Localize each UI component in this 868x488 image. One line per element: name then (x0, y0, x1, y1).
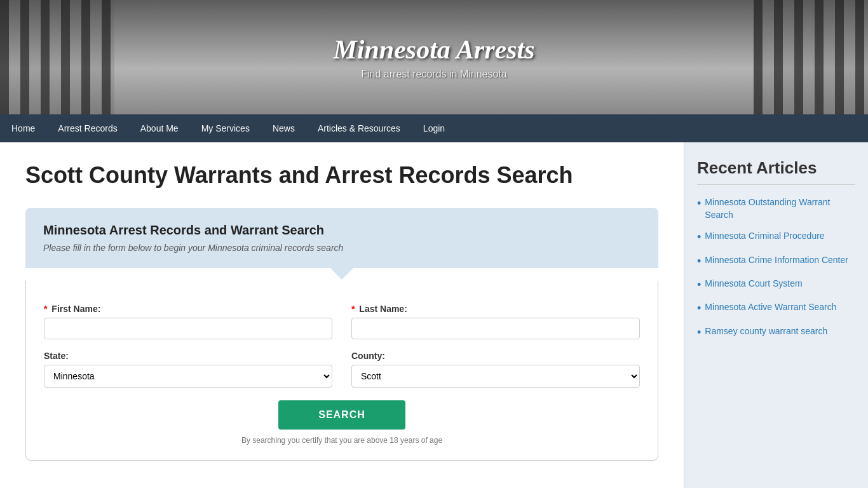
first-name-required: * (44, 304, 47, 314)
sidebar-link-item: Minnesota Active Warrant Search (697, 301, 855, 316)
state-group: State: Minnesota (44, 351, 332, 388)
nav-item: News (261, 114, 306, 142)
sidebar-heading: Recent Articles (697, 158, 855, 185)
info-box-title: Minnesota Arrest Records and Warrant Sea… (43, 223, 641, 238)
nav-link-arrest-records[interactable]: Arrest Records (46, 114, 128, 142)
sidebar: Recent Articles Minnesota Outstanding Wa… (684, 142, 868, 488)
page-wrapper: Scott County Warrants and Arrest Records… (0, 142, 868, 488)
page-heading: Scott County Warrants and Arrest Records… (25, 161, 658, 189)
sidebar-link[interactable]: Minnesota Active Warrant Search (705, 301, 836, 314)
header-bars-left (0, 0, 114, 114)
main-content: Scott County Warrants and Arrest Records… (0, 142, 684, 488)
last-name-input[interactable] (351, 318, 640, 339)
nav-item: Home (0, 114, 46, 142)
site-title: Minnesota Arrests (333, 34, 534, 65)
first-name-label: * First Name: (44, 304, 332, 314)
sidebar-link-item: Minnesota Criminal Procedure (697, 230, 855, 245)
header-bars-right (754, 0, 868, 114)
nav-item: Login (412, 114, 456, 142)
state-label: State: (44, 351, 332, 361)
nav-link-login[interactable]: Login (412, 114, 456, 142)
site-header: Minnesota Arrests Find arrest records in… (0, 0, 868, 114)
county-label: County: (351, 351, 640, 361)
nav-item: My Services (190, 114, 261, 142)
info-box-subtitle: Please fill in the form below to begin y… (43, 243, 641, 253)
state-select[interactable]: Minnesota (44, 365, 332, 388)
sidebar-link-item: Ramsey county warrant search (697, 325, 855, 340)
search-form: * First Name: * Last Name: (44, 304, 640, 445)
sidebar-link[interactable]: Minnesota Outstanding Warrant Search (705, 196, 855, 221)
sidebar-link[interactable]: Minnesota Criminal Procedure (705, 230, 824, 243)
sidebar-link[interactable]: Ramsey county warrant search (705, 325, 827, 338)
main-navigation: HomeArrest RecordsAbout MeMy ServicesNew… (0, 114, 868, 142)
sidebar-link-item: Minnesota Crime Information Center (697, 254, 855, 269)
nav-link-articles--resources[interactable]: Articles & Resources (306, 114, 412, 142)
name-row: * First Name: * Last Name: (44, 304, 640, 339)
nav-item: About Me (129, 114, 190, 142)
sidebar-link[interactable]: Minnesota Crime Information Center (705, 254, 848, 267)
last-name-group: * Last Name: (351, 304, 640, 339)
sidebar-link-item: Minnesota Court System (697, 278, 855, 292)
first-name-group: * First Name: (44, 304, 332, 339)
form-disclaimer: By searching you certify that you are ab… (44, 436, 640, 445)
site-subtitle: Find arrest records in Minnesota (333, 69, 534, 80)
county-group: County: Scott (351, 351, 640, 388)
county-select[interactable]: Scott (351, 365, 640, 388)
sidebar-link[interactable]: Minnesota Court System (705, 278, 802, 290)
nav-link-home[interactable]: Home (0, 114, 46, 142)
nav-item: Articles & Resources (306, 114, 412, 142)
search-form-box: * First Name: * Last Name: (25, 281, 658, 461)
sidebar-link-item: Minnesota Outstanding Warrant Search (697, 196, 855, 221)
nav-list: HomeArrest RecordsAbout MeMy ServicesNew… (0, 114, 868, 142)
nav-link-about-me[interactable]: About Me (129, 114, 190, 142)
nav-item: Arrest Records (46, 114, 128, 142)
last-name-required: * (351, 304, 355, 314)
nav-link-my-services[interactable]: My Services (190, 114, 261, 142)
first-name-input[interactable] (44, 318, 332, 339)
header-content: Minnesota Arrests Find arrest records in… (333, 34, 534, 80)
last-name-label: * Last Name: (351, 304, 640, 314)
location-row: State: Minnesota County: Scott (44, 351, 640, 388)
search-button[interactable]: SEARCH (278, 400, 405, 430)
info-box: Minnesota Arrest Records and Warrant Sea… (25, 208, 658, 268)
sidebar-links-list: Minnesota Outstanding Warrant SearchMinn… (697, 196, 855, 340)
nav-link-news[interactable]: News (261, 114, 306, 142)
